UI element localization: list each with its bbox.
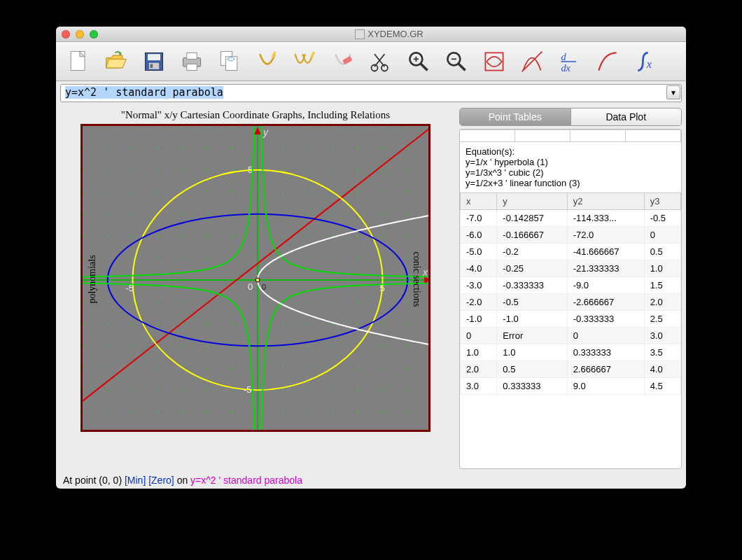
graph-right-label: conic sections (412, 251, 423, 307)
table-row[interactable]: 1.01.00.3333333.5 (461, 344, 681, 361)
svg-point-43 (82, 191, 83, 192)
svg-point-127 (232, 323, 233, 325)
column-header[interactable]: y2 (567, 193, 644, 210)
open-button[interactable] (101, 46, 132, 77)
svg-point-35 (82, 368, 83, 369)
table-row[interactable]: -3.0-0.333333-9.01.5 (461, 277, 681, 294)
tab-point-tables[interactable]: Point Tables (459, 108, 571, 126)
svg-point-133 (232, 191, 233, 192)
table-row[interactable]: 0Error03.0 (461, 328, 681, 344)
column-header[interactable]: x (461, 193, 497, 210)
svg-point-165 (282, 147, 284, 148)
table-row[interactable]: -1.0-1.0-0.3333332.5 (461, 311, 681, 328)
svg-point-166 (282, 125, 284, 127)
app-window: XYDEMO.GR ddx x y=x^2 ' standard parabol… (56, 27, 686, 489)
table-row[interactable]: 2.00.52.6666674.0 (461, 361, 681, 378)
svg-line-24 (458, 63, 465, 70)
svg-point-171 (307, 345, 308, 346)
column-header[interactable]: y3 (644, 193, 680, 210)
save-button[interactable] (139, 46, 169, 77)
svg-point-116 (207, 235, 209, 237)
svg-point-154 (282, 389, 284, 391)
erase-button[interactable] (328, 46, 358, 77)
draw-single-button[interactable] (252, 46, 283, 77)
grid-button[interactable] (479, 46, 510, 77)
svg-point-109 (207, 389, 209, 391)
table-box[interactable]: Equation(s): y=1/x ' hyperbola (1) y=1/3… (459, 129, 682, 469)
svg-point-36 (82, 345, 83, 346)
svg-point-49 (107, 389, 108, 391)
table-row[interactable]: -4.0-0.25-21.3333331.0 (461, 260, 681, 277)
svg-point-123 (232, 412, 233, 413)
svg-point-40 (82, 258, 83, 259)
titlebar[interactable]: XYDEMO.GR (56, 27, 686, 42)
side-panel: Point Tables Data Plot Equation(s): y=1/… (455, 105, 686, 472)
svg-point-206 (357, 235, 358, 237)
svg-point-210 (357, 147, 358, 148)
duplicate-button[interactable] (214, 46, 245, 77)
graph-left-label: polynomials (87, 255, 98, 303)
table-row[interactable]: -7.0-0.142857-114.333...-0.5 (461, 210, 681, 227)
svg-point-198 (357, 412, 358, 413)
svg-point-57 (107, 214, 108, 215)
table-row[interactable]: -5.0-0.2-41.6666670.5 (461, 244, 681, 260)
dropdown-icon[interactable]: ▼ (666, 85, 680, 99)
svg-point-37 (82, 323, 83, 325)
svg-point-71 (132, 235, 133, 237)
svg-point-231 (407, 345, 408, 346)
svg-point-168 (307, 412, 308, 413)
draw-multi-button[interactable] (290, 46, 321, 77)
svg-point-83 (157, 301, 158, 302)
cut-button[interactable] (365, 46, 396, 77)
svg-point-88 (157, 191, 158, 192)
svg-point-214 (382, 389, 384, 391)
svg-point-53 (107, 301, 108, 302)
column-header[interactable]: y (497, 193, 567, 210)
svg-point-74 (132, 169, 133, 171)
minimize-icon[interactable] (76, 30, 84, 38)
svg-point-68 (132, 301, 133, 302)
graph-canvas[interactable]: yx05-55-50 (80, 124, 430, 432)
svg-point-90 (157, 147, 158, 148)
print-button[interactable] (176, 46, 207, 77)
svg-point-222 (382, 214, 384, 215)
svg-point-64 (132, 389, 133, 391)
svg-point-215 (382, 368, 384, 369)
svg-point-226 (382, 125, 384, 127)
svg-point-161 (282, 235, 284, 237)
svg-point-177 (307, 214, 308, 215)
svg-point-238 (407, 191, 408, 192)
svg-point-52 (107, 323, 108, 325)
integral-button[interactable]: x (630, 46, 661, 77)
svg-point-178 (307, 191, 308, 192)
table-row[interactable]: -6.0-0.166667-72.00 (461, 227, 681, 244)
svg-point-117 (207, 214, 209, 215)
svg-point-55 (107, 258, 108, 259)
svg-point-172 (307, 323, 308, 325)
svg-point-164 (282, 169, 284, 171)
svg-point-61 (107, 125, 108, 127)
zoom-in-button[interactable] (403, 46, 434, 77)
table-row[interactable]: -2.0-0.5-2.6666672.0 (461, 294, 681, 311)
svg-point-79 (157, 389, 158, 391)
table-row[interactable]: 3.00.3333339.04.5 (461, 378, 681, 395)
svg-point-59 (107, 169, 108, 171)
equation-input[interactable]: y=x^2 ' standard parabola (60, 84, 682, 102)
zoom-out-button[interactable] (441, 46, 472, 77)
tangent-button[interactable] (517, 46, 547, 77)
svg-point-63 (132, 412, 133, 413)
svg-text:d: d (561, 51, 566, 62)
tab-data-plot[interactable]: Data Plot (571, 108, 682, 126)
svg-point-115 (207, 258, 209, 259)
derivative-button[interactable]: ddx (554, 46, 585, 77)
svg-point-179 (307, 169, 308, 171)
graph-title: "Normal" x/y Cartesian Coordinate Graphs… (121, 109, 390, 121)
new-button[interactable] (63, 46, 94, 77)
svg-point-135 (232, 147, 233, 148)
curve-button[interactable] (592, 46, 623, 77)
svg-point-239 (407, 169, 408, 171)
close-icon[interactable] (62, 30, 70, 38)
zoom-icon[interactable] (90, 30, 98, 38)
svg-point-205 (357, 258, 358, 259)
svg-point-192 (332, 214, 333, 215)
